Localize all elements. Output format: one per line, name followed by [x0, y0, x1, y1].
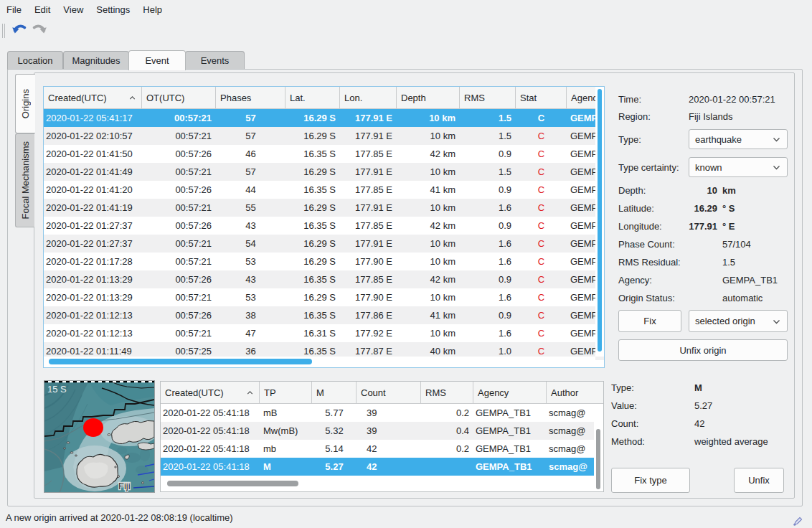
tab-location[interactable]: Location: [7, 51, 63, 70]
table-row[interactable]: 2020-01-22 01:41:1900:57:215516.29 S177.…: [44, 199, 604, 217]
column-header[interactable]: Lat.: [285, 87, 340, 108]
menu-settings[interactable]: Settings: [90, 0, 136, 19]
table-row[interactable]: 2020-01-22 05:41:18M5.2742GEMPA_TB1scmag…: [161, 458, 603, 476]
region-value: Fiji Islands: [689, 111, 732, 122]
cell: 177.91 E: [340, 166, 397, 177]
column-header[interactable]: RMS: [421, 382, 473, 403]
cell: 2020-01-22 01:41:20: [44, 184, 142, 195]
table-body: 2020-01-22 05:41:18mB5.77390.2GEMPA_TB1s…: [161, 404, 603, 476]
side-tab-origins[interactable]: Origins: [15, 74, 35, 133]
table-row[interactable]: 2020-01-22 01:12:1300:57:263816.35 S177.…: [44, 306, 604, 324]
side-tab-focal-mechanisms[interactable]: Focal Mechanisms: [15, 133, 34, 227]
fix-button[interactable]: Fix: [618, 310, 681, 332]
event-type-select[interactable]: earthquake: [689, 129, 788, 149]
origins-table-hscrollbar[interactable]: [44, 357, 595, 367]
cell: 1.0: [460, 346, 516, 357]
column-header[interactable]: TP: [260, 382, 312, 403]
cell: 42: [357, 461, 421, 472]
toolbar-handle[interactable]: [4, 24, 5, 38]
column-header[interactable]: M: [312, 382, 357, 403]
cell: 2020-01-22 01:12:13: [44, 328, 142, 339]
cell: 46: [216, 148, 285, 159]
column-header[interactable]: Lon.: [340, 87, 397, 108]
menu-help[interactable]: Help: [136, 0, 169, 19]
cell: 41 km: [397, 184, 460, 195]
fix-scope-select[interactable]: selected origin: [689, 310, 788, 332]
column-header[interactable]: OT(UTC): [142, 87, 216, 108]
column-header[interactable]: Depth: [397, 87, 460, 108]
cell: 2020-01-22 01:12:13: [44, 310, 142, 321]
chevron-down-icon: [773, 165, 780, 170]
cell: C: [516, 166, 567, 177]
location-map[interactable]: 15 S Fiji: [44, 381, 154, 492]
hscrollbar-thumb[interactable]: [167, 481, 298, 486]
table-row[interactable]: 2020-01-22 01:41:2000:57:264416.35 S177.…: [44, 181, 604, 199]
unfix-origin-button[interactable]: Unfix origin: [618, 339, 788, 361]
cell: 42 km: [397, 274, 460, 285]
cell: C: [516, 274, 567, 285]
mag-value: 5.27: [694, 400, 712, 411]
tab-magnitudes[interactable]: Magnitudes: [63, 51, 129, 70]
cell: 16.35 S: [285, 148, 340, 159]
cell: C: [516, 328, 567, 339]
table-header: Created(UTC)TPMCountRMSAgencyAuthor: [161, 382, 603, 404]
table-row[interactable]: 2020-01-22 05:41:1700:57:215716.29 S177.…: [44, 109, 604, 127]
time-value: 2020-01-22 00:57:21: [689, 94, 775, 105]
column-header[interactable]: Phases: [216, 87, 285, 108]
cell: 00:57:21: [142, 328, 216, 339]
cell: 00:57:26: [142, 148, 216, 159]
cell: 177.85 E: [340, 220, 397, 231]
cell: 00:57:21: [142, 166, 216, 177]
cell: C: [516, 346, 567, 357]
magnitudes-table-vscrollbar[interactable]: [594, 405, 603, 491]
unfix-button[interactable]: Unfix: [734, 468, 784, 493]
column-header[interactable]: Author: [547, 382, 594, 403]
table-row[interactable]: 2020-01-22 01:27:3700:57:215416.29 S177.…: [44, 235, 604, 253]
magnitudes-table: Created(UTC)TPMCountRMSAgencyAuthor2020-…: [160, 381, 604, 492]
epicenter-marker: [83, 418, 103, 437]
cell: 177.90 E: [340, 292, 397, 303]
fix-type-button[interactable]: Fix type: [611, 468, 690, 493]
redo-icon[interactable]: [30, 20, 50, 40]
origins-table-vscrollbar[interactable]: [595, 87, 604, 357]
menu-file[interactable]: File: [0, 0, 28, 19]
table-row[interactable]: 2020-01-22 01:27:3700:57:264316.35 S177.…: [44, 217, 604, 235]
tab-event[interactable]: Event: [128, 50, 186, 70]
column-header[interactable]: Created(UTC): [161, 382, 260, 403]
column-header[interactable]: Created(UTC): [44, 87, 142, 108]
table-row[interactable]: 2020-01-22 01:13:2900:57:264316.35 S177.…: [44, 270, 604, 288]
cell: 39: [357, 407, 421, 418]
table-row[interactable]: 2020-01-22 01:12:1300:57:214716.31 S177.…: [44, 324, 604, 342]
cell: 54: [216, 238, 285, 249]
hscrollbar-thumb[interactable]: [49, 359, 312, 364]
table-row[interactable]: 2020-01-22 02:10:5700:57:215716.29 S177.…: [44, 127, 604, 145]
vscrollbar-thumb[interactable]: [598, 89, 602, 352]
magnitudes-table-hscrollbar[interactable]: [161, 476, 594, 491]
menu-view[interactable]: View: [57, 0, 90, 19]
cell: 00:57:26: [142, 220, 216, 231]
column-header[interactable]: RMS: [460, 87, 516, 108]
vscrollbar-thumb[interactable]: [596, 429, 600, 489]
table-row[interactable]: 2020-01-22 05:41:18mB5.77390.2GEMPA_TB1s…: [161, 404, 603, 422]
table-row[interactable]: 2020-01-22 01:17:2800:57:215316.29 S177.…: [44, 253, 604, 270]
column-header[interactable]: Count: [357, 382, 421, 403]
column-header[interactable]: Agency: [473, 382, 547, 403]
menu-edit[interactable]: Edit: [28, 0, 57, 19]
table-row[interactable]: 2020-01-22 05:41:18mb5.14420.2GEMPA_TB1s…: [161, 440, 603, 458]
cell: C: [516, 256, 567, 267]
undo-icon[interactable]: [9, 20, 29, 40]
table-row[interactable]: 2020-01-22 01:13:2900:57:215316.29 S177.…: [44, 288, 604, 306]
table-row[interactable]: 2020-01-22 01:41:5000:57:264616.35 S177.…: [44, 145, 604, 163]
cell: 10 km: [397, 166, 460, 177]
toolbar-handle[interactable]: [2, 24, 3, 38]
tab-events[interactable]: Events: [185, 51, 245, 70]
column-header[interactable]: Stat: [516, 87, 567, 108]
magnitude-method-row: Method: weighted average: [611, 433, 795, 450]
table-row[interactable]: 2020-01-22 01:41:4900:57:215716.29 S177.…: [44, 163, 604, 181]
cell: 2020-01-22 01:27:37: [44, 220, 142, 231]
table-row[interactable]: 2020-01-22 05:41:18Mw(mB)5.32390.4GEMPA_…: [161, 422, 603, 440]
cell: scmag@: [547, 461, 594, 472]
type-certainty-select[interactable]: known: [689, 157, 788, 177]
cell: 42 km: [397, 220, 460, 231]
cell: 1.6: [460, 328, 516, 339]
